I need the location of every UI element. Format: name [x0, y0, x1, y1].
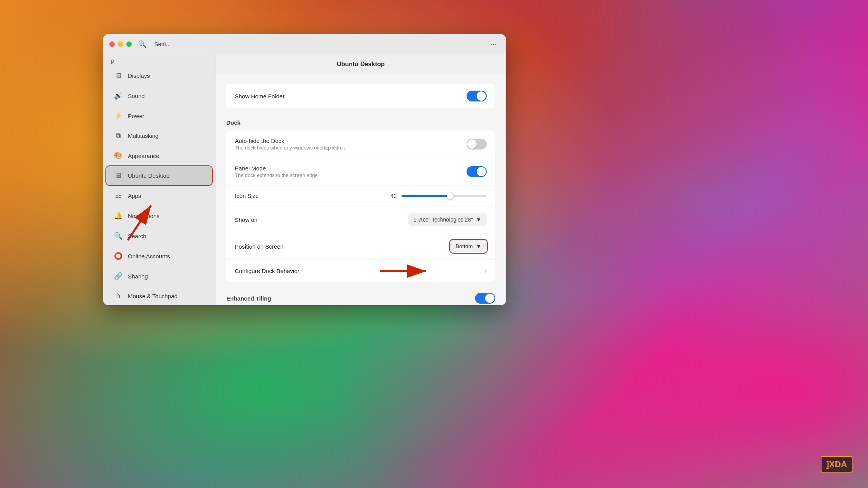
settings-window: 🔍 Setti... ··· p 🖥 Displays 🔊 Sound ⚡ Po… [103, 34, 506, 305]
sidebar-item-label: Online Accounts [128, 253, 170, 259]
icon-size-control: 42 [385, 192, 487, 199]
auto-hide-label: Auto-hide the Dock [235, 137, 459, 144]
auto-hide-control [467, 139, 487, 149]
slider-thumb[interactable] [447, 192, 454, 199]
search-nav-icon: 🔍 [114, 232, 122, 240]
sidebar-item-sound[interactable]: 🔊 Sound [106, 86, 212, 105]
mouse-touchpad-icon: 🖱 [114, 292, 122, 300]
position-on-screen-info: Position on Screen [235, 243, 443, 250]
panel-mode-control [467, 166, 487, 177]
show-home-folder-control [467, 91, 487, 101]
auto-hide-row: Auto-hide the Dock The dock hides when a… [226, 131, 495, 158]
configure-dock-control: › [484, 267, 487, 275]
apps-icon: ⚏ [114, 191, 122, 200]
show-home-folder-label: Show Home Folder [235, 93, 459, 100]
configure-dock-info: Configure Dock Behavior [235, 268, 477, 274]
sidebar-item-label: Mouse & Touchpad [128, 293, 177, 299]
sidebar-partial-item: p [103, 54, 215, 65]
sidebar-item-displays[interactable]: 🖥 Displays [106, 66, 212, 85]
sound-icon: 🔊 [114, 91, 122, 100]
sidebar-item-power[interactable]: ⚡ Power [106, 106, 212, 125]
sidebar-item-multitasking[interactable]: ⧉ Multitasking [106, 126, 212, 145]
panel-mode-toggle[interactable] [467, 166, 487, 177]
show-home-folder-row: Show Home Folder [226, 84, 495, 108]
appearance-icon: 🎨 [114, 151, 122, 160]
content-area: p 🖥 Displays 🔊 Sound ⚡ Power ⧉ Multitask… [103, 54, 506, 305]
enhanced-tiling-header: Enhanced Tiling [226, 295, 467, 302]
sidebar-item-apps[interactable]: ⚏ Apps [106, 186, 212, 205]
sidebar-item-label: Power [128, 113, 145, 119]
sidebar-item-sharing[interactable]: 🔗 Sharing [106, 266, 212, 286]
enhanced-tiling-toggle[interactable] [475, 293, 495, 304]
show-home-folder-info: Show Home Folder [235, 93, 459, 100]
dock-section-header: Dock [226, 116, 495, 131]
position-on-screen-row: Position on Screen Bottom ▼ [226, 233, 495, 260]
icon-size-info: Icon Size [235, 192, 377, 199]
auto-hide-info: Auto-hide the Dock The dock hides when a… [235, 137, 459, 151]
search-icon: 🔍 [138, 40, 146, 48]
icon-size-track[interactable] [401, 195, 487, 197]
toggle-knob [477, 91, 486, 101]
sidebar-item-label: Search [128, 233, 146, 239]
sidebar-item-mouse-touchpad[interactable]: 🖱 Mouse & Touchpad [106, 287, 212, 305]
dock-card: Auto-hide the Dock The dock hides when a… [226, 131, 495, 282]
online-accounts-icon: ⭕ [114, 252, 122, 260]
window-title: Setti... [154, 41, 171, 47]
title-bar-search-area: 🔍 [138, 40, 146, 48]
multitasking-icon: ⧉ [114, 132, 122, 140]
chevron-down-icon: ▼ [476, 217, 481, 223]
sidebar-item-notifications[interactable]: 🔔 Notifications [106, 206, 212, 225]
icon-size-label: Icon Size [235, 192, 377, 199]
show-on-label: Show on [235, 217, 400, 223]
panel-mode-label: Panel Mode [235, 165, 459, 172]
close-button[interactable] [109, 41, 115, 47]
xda-text: ]XDA [826, 459, 847, 469]
minimize-button[interactable] [118, 41, 123, 47]
position-value: Bottom [456, 243, 473, 249]
chevron-down-icon: ▼ [476, 243, 481, 249]
sidebar-item-ubuntu-desktop[interactable]: 🖥 Ubuntu Desktop [106, 166, 212, 185]
show-on-info: Show on [235, 217, 400, 223]
enhanced-tiling-header-row: Enhanced Tiling [226, 290, 495, 305]
sidebar-item-label: Ubuntu Desktop [128, 172, 170, 179]
sidebar-item-label: Sharing [128, 273, 148, 280]
toggle-knob [477, 167, 486, 176]
show-home-folder-toggle[interactable] [467, 91, 487, 101]
sidebar-item-search[interactable]: 🔍 Search [106, 226, 212, 246]
sidebar-item-label: Apps [128, 192, 141, 199]
sidebar-item-label: Appearance [128, 153, 159, 159]
sidebar-item-appearance[interactable]: 🎨 Appearance [106, 146, 212, 165]
configure-dock-row[interactable]: Configure Dock Behavior › [226, 260, 495, 282]
power-icon: ⚡ [114, 112, 122, 120]
icon-size-value: 42 [385, 192, 397, 199]
slider-fill [401, 195, 448, 197]
panel-mode-subtitle: The dock extends to the screen edge [235, 172, 459, 178]
window-controls [109, 41, 132, 47]
sidebar-item-online-accounts[interactable]: ⭕ Online Accounts [106, 246, 212, 266]
auto-hide-subtitle: The dock hides when any windows overlap … [235, 145, 459, 151]
main-panel: Ubuntu Desktop Show Home Folder [215, 54, 506, 305]
panel-mode-info: Panel Mode The dock extends to the scree… [235, 165, 459, 178]
show-on-value: 1. Acer Technologies 28" [413, 217, 473, 223]
enhanced-tiling-header-info: Enhanced Tiling [226, 295, 467, 302]
panel-title-text: Ubuntu Desktop [337, 61, 385, 68]
auto-hide-toggle[interactable] [467, 139, 487, 149]
position-on-screen-dropdown[interactable]: Bottom ▼ [450, 240, 487, 253]
sidebar-item-label: Notifications [128, 213, 160, 219]
show-on-dropdown[interactable]: 1. Acer Technologies 28" ▼ [408, 213, 487, 226]
sidebar-item-label: Displays [128, 72, 150, 79]
sidebar-item-label: Multitasking [128, 132, 158, 139]
configure-dock-label: Configure Dock Behavior [235, 268, 477, 274]
chevron-right-icon: › [484, 267, 487, 275]
panel-title: Ubuntu Desktop [215, 54, 506, 74]
panel-content: Show Home Folder Dock [215, 74, 506, 305]
icon-size-row: Icon Size 42 [226, 186, 495, 206]
toggle-knob [485, 294, 494, 303]
sidebar-item-label: Sound [128, 93, 145, 99]
maximize-button[interactable] [126, 41, 132, 47]
show-on-control: 1. Acer Technologies 28" ▼ [408, 213, 487, 226]
notifications-icon: 🔔 [114, 211, 122, 220]
toggle-knob [467, 139, 477, 149]
more-menu-button[interactable]: ··· [487, 38, 500, 50]
show-home-folder-card: Show Home Folder [226, 84, 495, 108]
